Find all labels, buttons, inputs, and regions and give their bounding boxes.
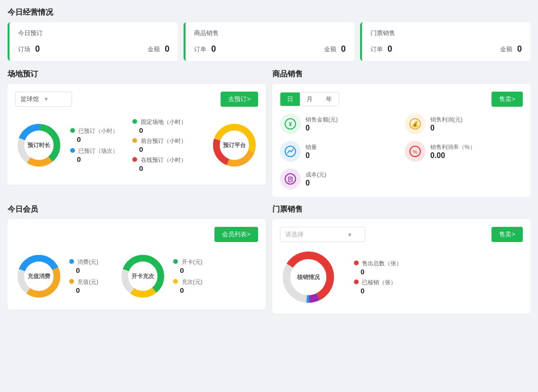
goods-amount: 金额 0 xyxy=(324,44,346,54)
ticket-card: 请选择 ▾ 售卖> 核销情况 xyxy=(272,219,530,313)
top-cards-row: 今日预订 订场 0 金额 0 商品销售 订单 0 xyxy=(8,22,530,61)
venue-stat1: 已预订（小时） 0 xyxy=(70,127,118,143)
venue-stat1-label: 已预订（小时） xyxy=(78,128,118,134)
ticket-amount-label: 金额 xyxy=(500,45,512,54)
sales-profit-label: 销售利润(元) xyxy=(430,116,463,124)
venue-stat2-label: 已预订（场次） xyxy=(78,148,118,154)
member-stat3-value: 0 xyxy=(180,266,202,274)
ticket-legend1: 售出总数（张） 0 xyxy=(354,260,402,276)
ticket-orders-label: 订单 xyxy=(371,45,383,54)
member-section-title: 今日会员 xyxy=(8,205,266,215)
goods-card-header: 日 月 年 售卖> xyxy=(280,92,523,107)
metric-sales-profit: 💰 销售利润(元) 0 xyxy=(405,113,523,134)
tab-year[interactable]: 年 xyxy=(319,93,339,106)
sales-amount-label: 销售金额(元) xyxy=(306,116,338,124)
member-donut2-label: 开卡充次 xyxy=(131,272,154,280)
top-card-ticket: 门票销售 订单 0 金额 0 xyxy=(360,22,530,61)
cost-value: 0 xyxy=(306,179,326,187)
venue-stat2: 已预订（场次） 0 xyxy=(70,147,118,163)
metric-cost: 成本(元) 0 xyxy=(280,168,398,189)
ticket-orders: 订单 0 xyxy=(371,44,392,54)
sales-amount-icon: ¥ xyxy=(280,113,301,134)
profit-rate-info: 销售利润率（%） 0.00 xyxy=(430,143,475,160)
goods-orders-value: 0 xyxy=(211,44,216,54)
goods-sell-button[interactable]: 售卖> xyxy=(492,92,523,107)
venue-donut2: 预订平台 xyxy=(211,121,258,169)
top-card-goods: 商品销售 订单 0 金额 0 xyxy=(184,22,354,61)
top-card-booking: 今日预订 订场 0 金额 0 xyxy=(8,22,178,61)
venue-donut1: 预订时长 xyxy=(15,121,63,169)
ticket-legend: 售出总数（张） 0 已核销（张） 0 xyxy=(354,260,402,295)
metric-sales-volume: 销量 0 xyxy=(280,141,398,162)
cost-info: 成本(元) 0 xyxy=(306,171,326,187)
member-stat2: 充值(元) 0 xyxy=(69,278,98,294)
venue-donut1-label: 预订时长 xyxy=(28,141,50,149)
member-donut2-stats: 开卡(元) 0 充次(元) 0 xyxy=(173,258,202,294)
top-card-ticket-title: 门票销售 xyxy=(371,29,522,37)
venue-legend3-label: 在线预订（小时） xyxy=(141,157,186,163)
venue-legend1-label: 固定场地（小时） xyxy=(141,119,186,125)
member-stat1-label: 消费(元) xyxy=(77,259,98,265)
booking-orders-value: 0 xyxy=(35,44,40,54)
ticket-amount-value: 0 xyxy=(517,44,522,54)
member-card-header: 会员列表> xyxy=(15,227,258,242)
venue-stat2-value: 0 xyxy=(77,155,118,163)
venue-donut2-label: 预订平台 xyxy=(223,141,246,149)
venue-section: 场地预订 篮球馆 ▾ 去预订> xyxy=(8,69,266,197)
venue-legend1: 固定场地（小时） 0 xyxy=(132,118,201,134)
booking-amount-label: 金额 xyxy=(148,45,160,54)
venue-stat1-value: 0 xyxy=(77,135,118,143)
goods-metrics: ¥ 销售金额(元) 0 💰 销售利润(元) xyxy=(280,113,523,189)
booking-amount-value: 0 xyxy=(165,44,169,54)
metric-profit-rate: % 销售利润率（%） 0.00 xyxy=(405,141,523,162)
tab-month[interactable]: 月 xyxy=(300,93,319,106)
venue-donut1-stats: 已预订（小时） 0 已预订（场次） 0 xyxy=(70,127,118,163)
sales-amount-value: 0 xyxy=(306,124,338,132)
venue-legend3: 在线预订（小时） 0 xyxy=(132,156,201,172)
sales-profit-icon: 💰 xyxy=(405,113,426,134)
venue-dropdown[interactable]: 篮球馆 ▾ xyxy=(15,92,72,107)
svg-text:💰: 💰 xyxy=(411,120,419,128)
tab-day[interactable]: 日 xyxy=(280,93,300,106)
member-donut1: 充值消费 xyxy=(15,252,63,300)
ticket-sell-button[interactable]: 售卖> xyxy=(492,227,523,242)
venue-legend2-value: 0 xyxy=(139,145,201,153)
green-sq xyxy=(132,119,137,124)
goods-orders-label: 订单 xyxy=(194,45,206,54)
ticket-section-title: 门票销售 xyxy=(272,205,530,215)
venue-card: 篮球馆 ▾ 去预订> xyxy=(8,84,266,185)
goods-amount-value: 0 xyxy=(341,44,346,54)
venue-book-button[interactable]: 去预订> xyxy=(221,92,258,107)
middle-row: 场地预订 篮球馆 ▾ 去预订> xyxy=(8,69,530,197)
orange-sq xyxy=(132,138,137,143)
blue-dot xyxy=(70,148,75,153)
svg-text:%: % xyxy=(413,149,417,155)
top-card-goods-title: 商品销售 xyxy=(194,29,345,37)
goods-card: 日 月 年 售卖> ¥ 销售金额(元) 0 xyxy=(272,84,530,197)
goods-tab-group: 日 月 年 xyxy=(280,92,339,106)
goods-orders: 订单 0 xyxy=(194,44,216,54)
member-donut1-label: 充值消费 xyxy=(28,272,50,280)
profit-rate-icon: % xyxy=(405,141,426,162)
ticket-legend2: 已核销（张） 0 xyxy=(354,279,402,295)
venue-legend: 固定场地（小时） 0 前台预订（小时） 0 在线预订（小时） 0 xyxy=(128,118,201,172)
yellow-dot xyxy=(173,279,178,284)
chevron-down-icon2: ▾ xyxy=(348,231,352,238)
goods-section-title: 商品销售 xyxy=(272,69,530,79)
ticket-donut-label: 核销情况 xyxy=(297,273,320,281)
sales-volume-icon xyxy=(280,141,301,162)
red-dot xyxy=(354,261,359,265)
ticket-select[interactable]: 请选择 ▾ xyxy=(280,227,365,242)
member-stat4-label: 充次(元) xyxy=(182,279,203,285)
green-dot xyxy=(70,128,75,133)
bottom-row: 今日会员 会员列表> 充值消费 xyxy=(8,205,530,313)
member-list-button[interactable]: 会员列表> xyxy=(214,227,258,242)
venue-dropdown-label: 篮球馆 xyxy=(20,95,39,103)
sales-volume-value: 0 xyxy=(306,151,317,160)
blue-dot2 xyxy=(69,259,74,264)
venue-legend1-value: 0 xyxy=(139,126,201,134)
member-stat4: 充次(元) 0 xyxy=(173,278,202,294)
ticket-card-header: 请选择 ▾ 售卖> xyxy=(280,227,523,242)
ticket-orders-value: 0 xyxy=(388,44,392,54)
ticket-amount: 金额 0 xyxy=(500,44,522,54)
